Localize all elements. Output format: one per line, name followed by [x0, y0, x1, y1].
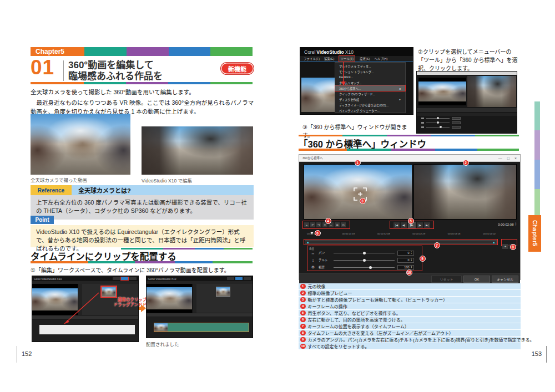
keyframe-prev-icon[interactable]: ⊕	[335, 222, 340, 227]
window-title: 360から標準へ	[302, 156, 323, 160]
window-titlebar: 360から標準へ — □ ×	[299, 155, 520, 162]
reference-box-header: Reference 全天球カメラとは?	[31, 185, 254, 195]
tools-dropdown-menu: マルチカメラ エディタ... モーション トラッキング... FastFlick…	[335, 62, 406, 113]
menu-edit[interactable]: 編集(E)	[324, 57, 334, 61]
lead-sentence: 全天球カメラを使って撮影した 360°動画を用いて編集します。	[31, 88, 258, 96]
callout-1: 1	[355, 160, 361, 166]
tilt-value-spinner[interactable]: 0 ▲▼	[397, 258, 414, 263]
workspace-tab-edit[interactable]	[235, 277, 243, 280]
workspace-tab-share[interactable]	[129, 277, 137, 280]
tilt-slider-row: ↕ チルト 0 ▲▼	[310, 257, 414, 263]
menu-item-multicam[interactable]: マルチカメラ エディタ...	[335, 63, 405, 69]
source-360-preview[interactable]	[304, 164, 412, 220]
ruler-tick: 00:00:42:29	[412, 232, 425, 235]
workspace-tab-capture[interactable]	[113, 277, 120, 280]
editor-library-pane: 通常のクリップと同様に ドラッグアンドドロップする	[78, 284, 138, 315]
small-window-standard-preview	[467, 76, 516, 107]
workspace-tab-share[interactable]	[244, 277, 251, 280]
header-bar-segment	[169, 47, 211, 56]
menu-item-burn-iso[interactable]: ディスクイメージから書き込む(ISO)...	[335, 102, 405, 108]
menu-item-painting-creator[interactable]: ペインティング クリエーター...	[335, 108, 405, 113]
callout-10: 10	[406, 269, 412, 276]
library-clip-thumbnail[interactable]	[216, 287, 230, 297]
legend-row: 10すべての設定をリセットする。	[299, 343, 521, 349]
keyframe-redo-icon[interactable]: ↷	[316, 222, 321, 227]
photo2-caption: VideoStudio X10 で編集	[142, 177, 192, 184]
ruler-tick: 00:00:32:08	[377, 232, 390, 235]
step1-text: ①「編集」ワークスペースで、タイムラインに 360°パノラマ動画を配置します。	[31, 266, 255, 274]
small-slider-row	[417, 120, 517, 125]
section-heading-bottom-rule	[299, 149, 519, 151]
legend-row: 6左右に動かして、目的の箇所を高速で見つける。	[299, 317, 521, 323]
menu-tools[interactable]: ツール(T)	[339, 55, 355, 62]
timeline-pane	[147, 317, 253, 338]
next-frame-icon[interactable]: |▶	[417, 222, 423, 228]
photo1-caption: 全天球カメラで撮った動画	[31, 176, 87, 183]
menu-item-360-to-standard[interactable]: 360から標準へ... ▸	[335, 85, 405, 91]
cursor-icon: ▸	[400, 86, 401, 90]
menu-item-time-remap[interactable]: タイムリマップ...	[335, 80, 405, 85]
editor-titlebar: Corel VideoStudio X10	[147, 276, 253, 281]
pan-slider[interactable]	[334, 253, 395, 253]
reference-body: 上下左右全方位の 360 度パノラマ写真または動画が撮影できる装置で、リコー社の…	[31, 195, 254, 220]
fov-icon: ⊕	[310, 265, 316, 269]
workspace-tab-edit[interactable]	[121, 277, 128, 280]
timecode-spinner[interactable]: ▲▼	[515, 222, 517, 226]
timeline-empty-track[interactable]	[39, 325, 135, 334]
menu-item-motion-tracking[interactable]: モーション トラッキング...	[335, 69, 405, 74]
keyframe-add-icon[interactable]: +	[304, 222, 309, 227]
playhead-marker[interactable]	[310, 232, 314, 235]
minimize-icon[interactable]: —	[498, 156, 502, 160]
app-title-version: X10	[345, 49, 354, 55]
ok-button[interactable]: OK	[463, 276, 490, 283]
menu-item-quick-dvd[interactable]: クイック DVD ウィザード...	[335, 91, 405, 96]
editor-titlebar: Corel VideoStudio X10	[32, 276, 138, 281]
pan-value-spinner[interactable]: 0 ▲▼	[397, 251, 414, 256]
section-heading-top-rule	[299, 135, 519, 136]
small-window-pano-preview	[418, 78, 466, 105]
timeline-placed-clip[interactable]	[154, 323, 249, 332]
pan-icon: ↔	[310, 251, 316, 255]
go-start-icon[interactable]: |◀	[393, 222, 400, 228]
tilt-slider[interactable]	[334, 260, 395, 261]
menu-help[interactable]: ヘルプ(H)	[374, 57, 387, 61]
callout-2: 2	[463, 160, 469, 166]
keyframe-undo-icon[interactable]: ↶	[310, 222, 315, 227]
library-icon-rail	[193, 284, 196, 313]
page-title-line2: 臨場感あふれる作品を	[68, 68, 163, 82]
chapter-header-bar: Chapter5	[31, 47, 253, 56]
reset-button[interactable]: リセット	[431, 276, 462, 283]
zoom-in-icon[interactable]: +	[502, 244, 508, 249]
prev-frame-icon[interactable]: ◀|	[401, 222, 407, 228]
legend-row: 1元の映像	[299, 283, 521, 289]
app-title-product: VideoStudio	[316, 49, 344, 55]
small-window-toolbar	[417, 108, 517, 112]
timeframe-track[interactable]	[305, 240, 497, 244]
menu-settings[interactable]: 設定(S)	[360, 57, 370, 61]
library-icon-rail	[78, 284, 82, 315]
close-icon[interactable]: ×	[514, 156, 517, 160]
step2-text: ②クリップを選択してメニューバーの「ツール」から「360 から標準へ」を選択、ク…	[418, 48, 521, 73]
cancel-button[interactable]: キャンセル	[492, 276, 518, 283]
fov-slider[interactable]	[334, 267, 395, 268]
new-feature-badge: 新機能	[221, 63, 254, 74]
submenu-arrow-icon: ►	[399, 98, 401, 101]
chapter-edge-tab-label: Chapter5	[532, 220, 538, 246]
menu-file[interactable]: ファイル(F)	[304, 57, 320, 61]
go-end-icon[interactable]: ▶|	[424, 222, 430, 228]
reference-label: Reference	[31, 185, 72, 195]
fov-value-spinner[interactable]: 100 ▲▼	[397, 265, 414, 270]
menu-item-fastflick[interactable]: FastFlick...	[335, 74, 405, 80]
keyframe-next-icon[interactable]: ⊙	[341, 222, 346, 227]
maximize-icon[interactable]: □	[507, 156, 509, 160]
title-underline-bar	[31, 82, 253, 84]
photo-edited-view	[142, 126, 253, 175]
chapter-edge-tab: Chapter5	[528, 215, 541, 252]
menu-item-create-disc[interactable]: ディスクを作成 ►	[335, 96, 405, 102]
timeline-toolbar	[147, 313, 253, 317]
library-clip-thumbnail[interactable]	[102, 287, 116, 297]
workspace-tab-capture[interactable]	[227, 277, 234, 280]
callout-7: 7	[434, 242, 440, 248]
legend-row: 9カメラのアングル。パン(カメラを左右に振る)チルト(カメラを上下に振る)視界(…	[299, 337, 521, 343]
page-number-right: 153	[521, 346, 547, 363]
